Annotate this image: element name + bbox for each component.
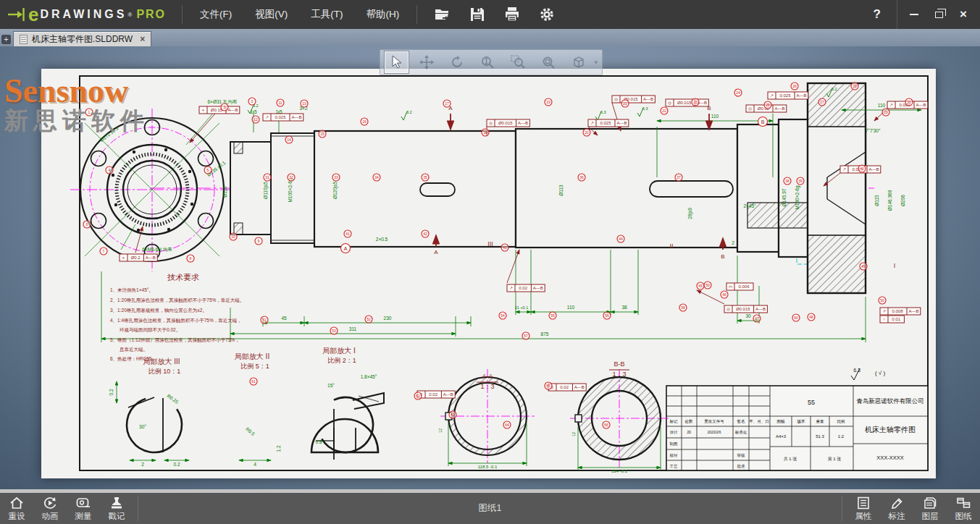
annotation-text: A [434,249,438,255]
zoom-tool-button[interactable] [476,51,500,73]
tab-close-icon[interactable]: × [140,34,145,44]
tab-active[interactable]: 机床主轴零件图.SLDDRW × [13,31,151,46]
markup-balloon: 18 [482,129,489,136]
annotation-text: 审核 [737,453,746,457]
annotation-text: 110 [567,305,575,310]
balloon-number: 34 [374,175,379,179]
fcf-text: ↗ [770,93,774,98]
markup-balloon: 38 [784,177,791,185]
menubar-separator [416,5,417,24]
balloon-number: 27 [820,100,824,104]
save-button[interactable] [465,4,490,25]
rotate-icon [450,55,464,69]
markup-balloon: 33 [332,174,340,181]
annotation-text: ( √ ) [875,370,886,376]
balloon-number: 19 [546,100,550,104]
properties-label: 属性 [855,511,872,522]
markup-balloon: 7 [100,248,107,255]
fcf-text: A—B [916,103,926,107]
window-controls: × [897,0,980,29]
balloon-number: 23 [693,100,698,104]
zoom-area-tool-button[interactable] [506,51,530,73]
open-button[interactable] [430,4,455,25]
balloon-number: 60 [794,316,798,320]
sheets-button[interactable]: 图纸 [947,493,980,524]
minimize-button[interactable] [902,4,926,25]
feature-control-frame: ◎Ø0.015A—B [612,96,655,103]
annotation-text: JD [687,430,692,434]
detail-views [116,386,384,463]
annotation-text: Ø115 [874,195,879,206]
menu-tools[interactable]: 工具(T) [299,0,354,29]
annotation-text: 0.2 [109,389,114,395]
markup-balloon: 39 [797,177,804,185]
drawing-viewport[interactable]: 3.23.26.36.33.2 6×Ø31 孔均布Ø172 ±0.1Ø235 ±… [0,46,980,489]
zoom-icon [480,55,495,69]
markup-balloon: 12 [252,116,259,123]
markup-balloon: 43 [501,244,508,251]
markup-balloon: 50 [879,297,886,304]
annotation-text: 5、锥面（1:12外圆）用涂色法检查，其接触面积不小于75%， [110,337,240,343]
layers-button[interactable]: 图层 [913,493,947,524]
stamp-button[interactable]: 戳记 [100,493,133,524]
fcf-text: A—B [796,93,806,98]
balloon-number: 54 [501,313,505,318]
drawing-canvas[interactable]: 3.23.26.36.33.2 6×Ø31 孔均布Ø172 ±0.1Ø235 ±… [41,69,936,478]
datum-letter: A [344,246,348,251]
annotation-text: B-B [613,360,624,368]
menu-file[interactable]: 文件(F) [188,0,243,29]
menu-view[interactable]: 视图(V) [243,0,299,29]
roughness-value: 3.2 [832,87,837,91]
print-button[interactable] [500,4,524,25]
markup-balloon: 54 [499,312,506,319]
minimize-icon [910,14,918,15]
markup-balloon: 64 [503,421,511,428]
restore-button[interactable] [926,4,951,25]
annotation-text: 230 [384,316,392,321]
help-button[interactable]: ? [858,7,897,22]
fcf-text: A—B [227,108,238,112]
view-orientation-button[interactable] [567,51,591,73]
annotation-text: 比例 10：1 [148,368,181,375]
annotation-text: 局部放大 III [143,358,180,365]
annotation-text: 且靠近大端。 [110,347,148,352]
fcf-text: Ø0.2 [131,255,141,260]
zoom-fit-tool-button[interactable] [537,51,561,73]
datum-label: A [341,244,351,253]
annotation-text: 12 [571,432,576,436]
statusbar-separator [138,496,138,521]
balloon-number: 33 [334,175,338,179]
balloon-number: 51 [262,318,267,322]
close-button[interactable]: × [951,4,976,25]
feature-control-frame: ○0.01 [880,316,904,323]
markup-balloon: 25 [764,101,771,109]
status-bar: 重设 动画 测量 [0,489,980,524]
annotation-text: M100×2-6g [288,178,293,202]
drawing-paper[interactable]: 3.23.26.36.33.2 6×Ø31 孔均布Ø172 ±0.1Ø235 ±… [41,69,936,478]
annotation-text: Ø145.97 [782,188,787,206]
properties-button[interactable]: 属性 [847,493,880,524]
annotation-text: 比例 5：1 [240,363,269,370]
options-button[interactable] [535,4,559,25]
measure-button[interactable]: 测量 [67,493,100,524]
annotation-text: 标记 [669,419,679,424]
annotation-text: Ø146.368 [887,190,892,211]
reset-button[interactable]: 重设 [0,493,33,524]
select-tool-button[interactable] [385,51,409,73]
menu-help[interactable]: 帮助(H) [355,0,411,29]
animate-button[interactable]: 动画 [33,493,67,524]
pan-tool-button[interactable] [415,51,439,73]
fcf-text: ◎ [748,106,752,111]
markup-balloon: 60 [792,314,800,321]
fcf-text: ◎ [489,121,493,125]
balloon-number: 56 [605,313,609,318]
toolbar-more-caret[interactable]: ▾ [595,59,598,66]
fcf-text: A—B [755,307,766,311]
new-tab-button[interactable]: + [1,35,11,44]
statusbar-left-group: 重设 动画 测量 [0,493,143,524]
markup-balloon: 61 [250,378,257,385]
rotate-tool-button[interactable] [445,51,469,73]
markup-button[interactable]: 标注 [880,493,913,524]
annotation-text: 制图 [670,441,678,447]
roughness-value: 6.3 [600,110,606,114]
